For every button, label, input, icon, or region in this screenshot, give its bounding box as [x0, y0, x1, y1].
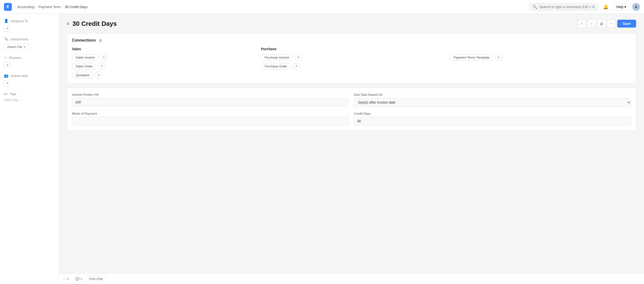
tag-icon: 🏷 — [4, 92, 8, 96]
footer-sep: · — [72, 277, 72, 281]
quotation-chip[interactable]: Quotation — [72, 72, 93, 79]
follow-button[interactable]: FOLLOW — [86, 276, 106, 282]
sidebar: 👤 Assigned To + 📎 Attachments Attach Fil… — [0, 14, 59, 284]
purchase-invoice-chip[interactable]: Purchase Invoice — [261, 54, 293, 61]
connections-header: Connections ∧ — [67, 34, 636, 47]
attachments-label: Attachments — [10, 37, 28, 41]
add-purchase-order-button[interactable]: + — [293, 63, 300, 70]
breadcrumb-payment-term[interactable]: Payment Term — [38, 5, 61, 9]
comments-item[interactable]: 💬 0 — [76, 277, 82, 281]
help-label: Help — [616, 5, 623, 9]
add-shared-with-button[interactable]: + — [4, 80, 11, 87]
connections-grid: Sales Sales Invoice + Sales Order + — [72, 47, 631, 79]
attachments-header: 📎 Attachments — [4, 37, 55, 41]
reviews-label: Reviews — [9, 56, 21, 60]
connections-body: Sales Sales Invoice + Sales Order + — [67, 47, 636, 83]
add-quotation-button[interactable]: + — [95, 72, 102, 79]
next-record-button[interactable]: › — [588, 20, 596, 28]
payment-terms-template: Payment Terms Template + — [450, 54, 631, 61]
footer-bar: ♡ 0 · 💬 0 FOLLOW — [59, 274, 644, 284]
invoice-portion-label: Invoice Portion (%) — [72, 93, 349, 97]
comment-icon: 💬 — [76, 277, 80, 281]
sidebar-attachments-section: 📎 Attachments Attach File + — [4, 37, 55, 51]
page-header: ≡ 30 Credit Days ‹ › 🖨 ··· Save — [67, 20, 636, 28]
page-header-left: ≡ 30 Credit Days — [67, 20, 117, 28]
purchase-order-chip[interactable]: Purchase Order — [261, 63, 291, 70]
add-sales-order-button[interactable]: + — [98, 63, 105, 70]
help-button[interactable]: Help ▾ — [613, 3, 629, 11]
add-purchase-invoice-button[interactable]: + — [295, 54, 302, 61]
tags-label: Tags — [10, 92, 16, 96]
shared-with-header: 👥 Shared With — [4, 74, 55, 78]
assigned-to-label: Assigned To — [10, 19, 28, 23]
likes-count: 0 — [67, 277, 68, 281]
user-icon: 👤 — [4, 19, 8, 23]
form-card: Invoice Portion (%) Due Date Based On Da… — [67, 88, 636, 130]
search-input[interactable] — [539, 5, 595, 9]
invoice-portion-group: Invoice Portion (%) — [72, 93, 349, 107]
list-item: Purchase Invoice + — [261, 54, 442, 61]
heart-icon: ♡ — [63, 277, 66, 281]
tags-header: 🏷 Tags — [4, 92, 55, 96]
menu-icon[interactable]: ≡ — [67, 21, 70, 26]
connections-collapse-icon[interactable]: ∧ — [99, 38, 102, 43]
search-icon: 🔍 — [533, 5, 537, 9]
print-button[interactable]: 🖨 — [598, 20, 606, 28]
more-options-button[interactable]: ··· — [608, 20, 615, 28]
notifications-bell[interactable]: 🔔 — [601, 3, 610, 11]
credit-days-input[interactable] — [354, 117, 631, 125]
top-nav: E › Accounting › Payment Term › 30 Credi… — [0, 0, 644, 14]
comments-count: 0 — [80, 277, 82, 281]
save-button[interactable]: Save — [617, 20, 636, 28]
due-date-select[interactable]: Day(s) after invoice dateDay(s) after th… — [354, 98, 631, 107]
list-item: Quotation + — [72, 72, 253, 79]
sidebar-assigned-to-section: 👤 Assigned To + — [4, 19, 55, 32]
purchase-items: Purchase Invoice + Purchase Order + — [261, 54, 442, 70]
add-review-button[interactable]: + — [4, 62, 11, 69]
list-item: Sales Order + — [72, 63, 253, 70]
add-sales-invoice-button[interactable]: + — [100, 54, 107, 61]
sales-group: Sales Sales Invoice + Sales Order + — [72, 47, 253, 79]
paperclip-icon: 📎 — [4, 37, 8, 41]
main-content: ≡ 30 Credit Days ‹ › 🖨 ··· Save Connecti… — [59, 14, 644, 284]
breadcrumb-current: 30 Credit Days — [65, 5, 88, 9]
shared-with-label: Shared With — [10, 74, 28, 78]
sidebar-reviews-section: ☆ Reviews + — [4, 55, 55, 69]
breadcrumb-accounting[interactable]: Accounting — [18, 5, 34, 9]
avatar[interactable]: A — [632, 3, 640, 11]
add-tag-input[interactable]: Add a tag ... — [4, 98, 55, 102]
star-icon: ☆ — [4, 55, 7, 60]
credit-days-group: Credit Days — [354, 112, 631, 125]
mode-of-payment-input[interactable] — [72, 117, 349, 125]
invoice-portion-input[interactable] — [72, 98, 349, 106]
breadcrumb-sep-2: › — [62, 5, 64, 9]
credit-days-label: Credit Days — [354, 112, 631, 115]
breadcrumb-sep-1: › — [36, 5, 37, 9]
likes-item[interactable]: ♡ 0 — [63, 277, 68, 281]
attach-file-button[interactable]: Attach File + — [4, 43, 29, 51]
due-date-label: Due Date Based On — [354, 93, 631, 97]
prev-record-button[interactable]: ‹ — [578, 20, 586, 28]
sales-invoice-chip[interactable]: Sales Invoice — [72, 54, 98, 61]
purchase-group-title: Purchase — [261, 47, 442, 51]
payment-terms-group: Payment Terms Template + — [450, 47, 631, 79]
add-assigned-to-button[interactable]: + — [4, 25, 11, 32]
purchase-group: Purchase Purchase Invoice + Purchase Ord… — [261, 47, 442, 79]
app-icon[interactable]: E — [4, 3, 12, 11]
due-date-group: Due Date Based On Day(s) after invoice d… — [354, 93, 631, 107]
breadcrumb: › Accounting › Payment Term › 30 Credit … — [15, 5, 88, 9]
list-item: Sales Invoice + — [72, 54, 253, 61]
assigned-to-header: 👤 Assigned To — [4, 19, 55, 23]
page-wrapper: 👤 Assigned To + 📎 Attachments Attach Fil… — [0, 14, 644, 284]
connections-title: Connections — [72, 38, 96, 43]
sales-order-chip[interactable]: Sales Order — [72, 63, 96, 70]
reviews-header: ☆ Reviews — [4, 55, 55, 60]
page-title: 30 Credit Days — [72, 20, 117, 28]
search-bar[interactable]: 🔍 — [530, 3, 598, 11]
attach-plus-icon: + — [24, 45, 26, 49]
group-icon: 👥 — [4, 74, 8, 78]
payment-terms-template-chip[interactable]: Payment Terms Template — [450, 54, 493, 61]
add-payment-terms-template-button[interactable]: + — [495, 54, 502, 61]
list-item: Purchase Order + — [261, 63, 442, 70]
page-header-right: ‹ › 🖨 ··· Save — [578, 20, 636, 28]
